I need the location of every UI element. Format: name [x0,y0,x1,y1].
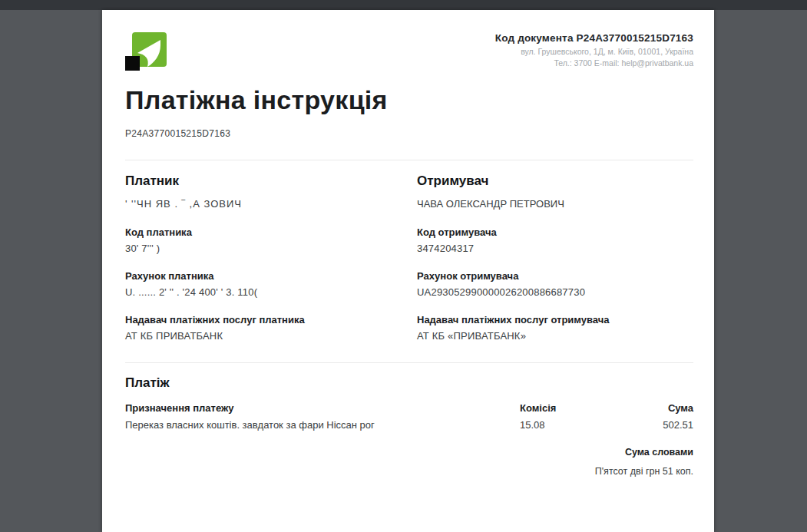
payer-code-value: 30' 7''' ) [125,243,417,254]
payer-code-label: Код платника [125,226,417,238]
amount-column-header: Сума [612,402,693,414]
document-code-line: Код документа P24A3770015215D7163 [495,32,693,44]
payer-provider-label: Надавач платіжних послуг платника [125,314,417,325]
recipient-provider-value: АТ КБ «ПРИВАТБАНК» [417,330,693,342]
payment-heading: Платіж [125,375,693,391]
payment-table: Призначення платежу Комісія Сума Переказ… [125,402,693,431]
recipient-code-value: 3474204317 [417,243,693,254]
recipient-heading: Отримувач [417,173,693,189]
privatbank-logo-icon [125,32,167,72]
parties-section: Платник ' ''ЧН ЯВ . ‾ ,А ЗОВИЧ Код платн… [125,160,693,342]
document-page: Код документа P24A3770015215D7163 вул. Г… [102,10,714,532]
header-contact-block: Код документа P24A3770015215D7163 вул. Г… [495,32,693,68]
payer-account-value: U. ...... 2' '' . '24 400' ' 3. 110( [125,286,417,298]
recipient-code-label: Код отримувача [417,226,693,238]
amount-in-words-block: Сума словами П'ятсот дві грн 51 коп. [125,447,693,477]
payer-account-field: Рахунок платника U. ...... 2' '' . '24 4… [125,270,417,298]
amount-in-words-label: Сума словами [125,447,693,458]
document-number: P24A3770015215D7163 [125,128,693,139]
recipient-name: ЧАВА ОЛЕКСАНДР ПЕТРОВИЧ [417,198,693,210]
recipient-account-label: Рахунок отримувача [417,270,693,282]
amount-value: 502.51 [612,419,693,431]
purpose-column-header: Призначення платежу [125,402,520,414]
commission-value: 15.08 [520,419,612,431]
purpose-value: Переказ власних коштів. завдаток за фари… [125,419,520,431]
payer-provider-field: Надавач платіжних послуг платника АТ КБ … [125,314,417,342]
payer-provider-value: АТ КБ ПРИВАТБАНК [125,330,417,342]
recipient-account-value: UA293052990000026200886687730 [417,286,693,298]
recipient-provider-label: Надавач платіжних послуг отримувача [417,314,693,325]
recipient-code-field: Код отримувача 3474204317 [417,226,693,254]
payer-name-redacted: ' ''ЧН ЯВ . ‾ ,А ЗОВИЧ [125,198,417,210]
payer-column: Платник ' ''ЧН ЯВ . ‾ ,А ЗОВИЧ Код платн… [125,173,417,342]
recipient-column: Отримувач ЧАВА ОЛЕКСАНДР ПЕТРОВИЧ Код от… [417,173,693,342]
document-header: Код документа P24A3770015215D7163 вул. Г… [125,32,693,72]
payer-account-label: Рахунок платника [125,270,417,282]
browser-top-bar [0,0,807,10]
payer-heading: Платник [125,173,417,189]
bank-contacts-line: Тел.: 3700 E-mail: help@privatbank.ua [495,58,693,69]
recipient-account-field: Рахунок отримувача UA2930529900000262008… [417,270,693,298]
recipient-provider-field: Надавач платіжних послуг отримувача АТ К… [417,314,693,342]
bank-address-line: вул. Грушевського, 1Д, м. Київ, 01001, У… [495,46,693,58]
payer-code-field: Код платника 30' 7''' ) [125,226,417,254]
document-content: Код документа P24A3770015215D7163 вул. Г… [102,10,714,477]
payment-section: Платіж Призначення платежу Комісія Сума … [125,363,693,477]
amount-in-words-value: П'ятсот дві грн 51 коп. [125,466,693,477]
commission-column-header: Комісія [520,402,612,414]
page-title: Платіжна інструкція [125,85,693,115]
